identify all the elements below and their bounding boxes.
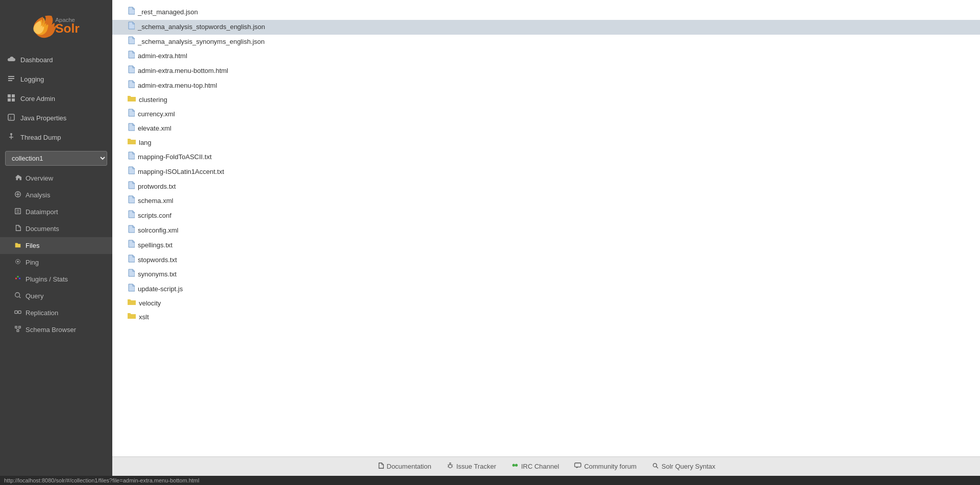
file-item-name: solrconfig.xml xyxy=(138,225,178,236)
file-tree-item[interactable]: mapping-FoldToASCII.txt xyxy=(112,150,980,165)
svg-rect-4 xyxy=(8,78,14,79)
sidebar-item-analysis[interactable]: Analysis xyxy=(0,187,112,203)
sidebar-item-thread-dump[interactable]: Thread Dump xyxy=(0,127,112,147)
forum-icon xyxy=(574,462,581,471)
file-tree-item[interactable]: admin-extra.menu-top.html xyxy=(112,79,980,93)
svg-point-43 xyxy=(515,464,518,467)
file-icon xyxy=(128,210,135,222)
svg-point-45 xyxy=(653,464,657,467)
file-item-name: currency.xml xyxy=(138,109,175,120)
svg-point-24 xyxy=(17,276,19,278)
file-icon xyxy=(128,254,135,266)
dataimport-icon xyxy=(14,208,21,216)
file-tree-container: _rest_managed.json_schema_analysis_stopw… xyxy=(112,0,980,456)
svg-line-46 xyxy=(656,467,658,469)
file-tree-item[interactable]: lang xyxy=(112,136,980,150)
file-tree-item[interactable]: spellings.txt xyxy=(112,238,980,253)
sidebar-item-java-properties[interactable]: J Java Properties xyxy=(0,108,112,127)
svg-point-26 xyxy=(15,293,20,297)
file-item-name: admin-extra.html xyxy=(138,51,187,62)
svg-text:Solr: Solr xyxy=(55,21,80,35)
file-item-name: velocity xyxy=(139,298,161,309)
file-icon xyxy=(128,151,135,163)
svg-point-12 xyxy=(10,133,12,135)
sidebar-item-logging[interactable]: Logging xyxy=(0,69,112,89)
file-tree-item[interactable]: _schema_analysis_stopwords_english.json xyxy=(112,20,980,35)
file-icon xyxy=(128,50,135,62)
file-tree-item[interactable]: protwords.txt xyxy=(112,180,980,194)
sidebar-item-schema-browser[interactable]: Schema Browser xyxy=(0,321,112,338)
svg-point-23 xyxy=(15,277,17,279)
file-tree-item[interactable]: velocity xyxy=(112,297,980,311)
svg-rect-6 xyxy=(8,94,11,97)
file-tree-item[interactable]: synonyms.txt xyxy=(112,267,980,282)
file-tree-item[interactable]: solrconfig.xml xyxy=(112,223,980,238)
file-icon xyxy=(128,123,135,135)
file-tree-item[interactable]: currency.xml xyxy=(112,107,980,122)
sidebar-item-ping[interactable]: Ping xyxy=(0,254,112,271)
file-tree-item[interactable]: schema.xml xyxy=(112,194,980,209)
file-tree-item[interactable]: scripts.conf xyxy=(112,209,980,223)
file-tree-item[interactable]: admin-extra.html xyxy=(112,49,980,64)
file-tree-item[interactable]: mapping-ISOLatin1Accent.txt xyxy=(112,165,980,180)
sidebar-item-documents[interactable]: Documents xyxy=(0,220,112,237)
file-tree-item[interactable]: stopwords.txt xyxy=(112,253,980,268)
sidebar-item-dashboard[interactable]: Dashboard xyxy=(0,50,112,69)
sidebar-item-plugins-stats[interactable]: Plugins / Stats xyxy=(0,271,112,288)
grid-icon xyxy=(7,94,16,103)
file-item-name: mapping-FoldToASCII.txt xyxy=(138,152,212,163)
cloud-icon xyxy=(7,55,16,64)
status-bar: http://localhost:8080/solr/#/collection1… xyxy=(0,476,980,485)
thread-icon xyxy=(7,133,16,142)
documents-icon xyxy=(14,224,21,233)
file-tree-item[interactable]: update-script.js xyxy=(112,282,980,297)
file-tree-item[interactable]: xslt xyxy=(112,311,980,324)
footer-documentation-link[interactable]: Documentation xyxy=(377,462,431,471)
svg-point-42 xyxy=(512,464,515,467)
footer-solr-query-syntax-link[interactable]: Solr Query Syntax xyxy=(652,462,716,471)
plugins-icon xyxy=(14,275,21,284)
sidebar-item-core-admin[interactable]: Core Admin xyxy=(0,89,112,108)
sidebar-item-query[interactable]: Query xyxy=(0,288,112,304)
collection-selector[interactable]: collection1 xyxy=(5,151,107,166)
file-icon xyxy=(128,269,135,280)
footer-irc-channel-link[interactable]: IRC Channel xyxy=(511,462,559,471)
footer-issue-tracker-link[interactable]: Issue Tracker xyxy=(447,462,496,471)
file-item-name: protwords.txt xyxy=(138,182,176,192)
replication-icon xyxy=(14,309,21,317)
folder-icon xyxy=(128,138,136,148)
file-item-name: clustering xyxy=(139,95,167,106)
file-item-name: lang xyxy=(139,138,152,148)
file-icon xyxy=(128,21,135,33)
file-tree-item[interactable]: _rest_managed.json xyxy=(112,5,980,20)
file-item-name: admin-extra.menu-top.html xyxy=(138,81,217,91)
schema-icon xyxy=(14,325,21,334)
svg-rect-18 xyxy=(15,209,21,214)
svg-rect-7 xyxy=(12,94,15,97)
file-tree-item[interactable]: elevate.xml xyxy=(112,121,980,136)
sidebar-item-dataimport[interactable]: Dataimport xyxy=(0,203,112,220)
analysis-icon xyxy=(14,191,21,199)
svg-rect-29 xyxy=(18,311,21,313)
folder-open-icon xyxy=(14,241,21,250)
sidebar-item-overview[interactable]: Overview xyxy=(0,170,112,187)
file-tree-item[interactable]: _schema_analysis_synonyms_english.json xyxy=(112,35,980,49)
file-tree-item[interactable]: admin-extra.menu-bottom.html xyxy=(112,64,980,79)
svg-line-38 xyxy=(448,465,449,465)
file-icon xyxy=(128,109,135,120)
file-tree-item[interactable]: clustering xyxy=(112,93,980,107)
footer-community-forum-link[interactable]: Community forum xyxy=(574,462,636,471)
svg-line-39 xyxy=(452,465,453,465)
bug-icon xyxy=(447,462,454,471)
main-content: _rest_managed.json_schema_analysis_stopw… xyxy=(112,0,980,476)
sidebar-item-replication[interactable]: Replication xyxy=(0,304,112,321)
file-item-name: scripts.conf xyxy=(138,211,172,221)
svg-rect-31 xyxy=(15,326,17,328)
file-icon xyxy=(128,80,135,92)
file-item-name: elevate.xml xyxy=(138,123,172,134)
file-icon xyxy=(128,240,135,251)
svg-rect-32 xyxy=(19,326,21,328)
sidebar-item-files[interactable]: Files xyxy=(0,237,112,254)
file-icon xyxy=(128,7,135,18)
file-icon xyxy=(128,225,135,237)
